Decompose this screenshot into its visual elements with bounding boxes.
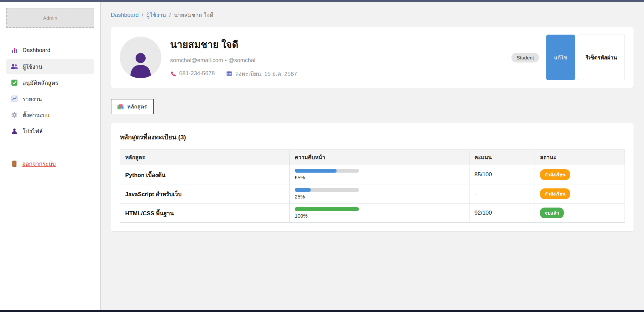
sidebar: Admin Dashboard ผู้ใช้งาน อนุมัติหลักสูต… bbox=[0, 2, 101, 310]
profile-meta: 081-234-5678 ลงทะเบียน: 15 ธ.ค. 2567 bbox=[170, 69, 297, 78]
status-cell: กำลังเรียน bbox=[535, 184, 625, 204]
breadcrumb-link-dashboard[interactable]: Dashboard bbox=[111, 12, 139, 18]
courses-card-title: หลักสูตรที่ลงทะเบียน (3) bbox=[120, 132, 625, 142]
admin-logo-label: Admin bbox=[43, 15, 57, 21]
person-silhouette-icon bbox=[128, 51, 154, 78]
sidebar-item-dashboard[interactable]: Dashboard bbox=[6, 43, 94, 58]
sidebar-item-label: โปรไฟล์ bbox=[22, 127, 43, 136]
sidebar-item-reports[interactable]: รายงาน bbox=[6, 91, 94, 106]
progress-bar-fill bbox=[295, 188, 311, 192]
status-cell: กำลังเรียน bbox=[535, 165, 625, 184]
sidebar-item-approve-courses[interactable]: อนุมัติหลักสูตร bbox=[6, 75, 94, 90]
profile-actions: Student แก้ไข รีเซ็ตรหัสผ่าน bbox=[511, 35, 625, 80]
sidebar-item-label: ผู้ใช้งาน bbox=[22, 62, 42, 71]
admin-logo-box: Admin bbox=[6, 8, 94, 28]
status-badge: จบแล้ว bbox=[540, 208, 564, 218]
sidebar-divider bbox=[7, 147, 94, 147]
breadcrumb-separator: / bbox=[169, 12, 171, 18]
column-header-course: หลักสูตร bbox=[120, 150, 290, 165]
progress-bar bbox=[295, 169, 359, 173]
phone-icon bbox=[170, 71, 176, 77]
app-window: Admin Dashboard ผู้ใช้งาน อนุมัติหลักสูต… bbox=[0, 2, 644, 310]
course-name-cell: JavaScript สำหรับเว็บ bbox=[120, 184, 290, 204]
person-icon bbox=[11, 127, 18, 135]
breadcrumb-link-users[interactable]: ผู้ใช้งาน bbox=[146, 10, 166, 19]
table-row: JavaScript สำหรับเว็บ 25% - กำลังเรียน bbox=[120, 184, 625, 204]
logout-link[interactable]: ออกจากระบบ bbox=[6, 159, 94, 168]
check-icon bbox=[11, 79, 18, 86]
sidebar-item-label: รายงาน bbox=[22, 94, 42, 103]
main-content: Dashboard / ผู้ใช้งาน / นายสมชาย ใจดี นา… bbox=[101, 2, 644, 310]
courses-card: หลักสูตรที่ลงทะเบียน (3) หลักสูตร ความคื… bbox=[111, 123, 634, 232]
books-icon bbox=[117, 103, 124, 110]
users-icon bbox=[11, 63, 18, 70]
progress-label: 25% bbox=[295, 194, 464, 199]
progress-bar bbox=[295, 188, 359, 192]
trend-chart-icon bbox=[11, 95, 18, 102]
gear-icon bbox=[11, 111, 18, 119]
column-header-progress: ความคืบหน้า bbox=[290, 150, 469, 165]
score-cell: 85/100 bbox=[469, 165, 535, 184]
tab-courses[interactable]: หลักสูตร bbox=[111, 99, 154, 114]
tab-bar: หลักสูตร bbox=[111, 99, 634, 114]
logout-label: ออกจากระบบ bbox=[22, 159, 56, 168]
score-cell: 92/100 bbox=[469, 204, 535, 223]
progress-bar-fill bbox=[295, 207, 359, 211]
sidebar-item-label: Dashboard bbox=[22, 47, 50, 54]
reset-password-button[interactable]: รีเซ็ตรหัสผ่าน bbox=[578, 35, 625, 80]
status-badge: กำลังเรียน bbox=[540, 169, 570, 180]
sidebar-nav: Dashboard ผู้ใช้งาน อนุมัติหลักสูตร รายง… bbox=[6, 43, 94, 139]
table-header-row: หลักสูตร ความคืบหน้า คะแนน สถานะ bbox=[120, 150, 625, 165]
status-badge: กำลังเรียน bbox=[540, 188, 570, 199]
sidebar-item-users[interactable]: ผู้ใช้งาน bbox=[6, 59, 94, 74]
column-header-status: สถานะ bbox=[535, 150, 625, 165]
progress-bar-fill bbox=[295, 169, 337, 173]
table-row: Python เบื้องต้น 65% 85/100 กำลังเรียน bbox=[120, 165, 625, 184]
progress-cell: 100% bbox=[290, 204, 469, 223]
progress-label: 100% bbox=[295, 213, 464, 219]
score-cell: - bbox=[469, 184, 535, 204]
sidebar-item-settings[interactable]: ตั้งค่าระบบ bbox=[6, 107, 94, 123]
breadcrumb: Dashboard / ผู้ใช้งาน / นายสมชาย ใจดี bbox=[111, 10, 634, 19]
phone-item: 081-234-5678 bbox=[170, 70, 215, 77]
course-name-cell: HTML/CSS พื้นฐาน bbox=[120, 204, 290, 223]
calendar-icon bbox=[226, 71, 232, 77]
column-header-score: คะแนน bbox=[469, 150, 535, 165]
avatar bbox=[120, 37, 161, 78]
courses-table: หลักสูตร ความคืบหน้า คะแนน สถานะ Python … bbox=[120, 149, 625, 223]
sidebar-item-profile[interactable]: โปรไฟล์ bbox=[6, 123, 94, 139]
profile-phone: 081-234-5678 bbox=[179, 70, 215, 77]
registered-item: ลงทะเบียน: 15 ธ.ค. 2567 bbox=[226, 69, 297, 78]
breadcrumb-current: นายสมชาย ใจดี bbox=[174, 10, 213, 19]
progress-cell: 65% bbox=[290, 165, 469, 184]
edit-button[interactable]: แก้ไข bbox=[546, 35, 575, 80]
bar-chart-icon bbox=[11, 47, 18, 54]
profile-email: somchai@email.com • @somchai bbox=[170, 57, 297, 64]
bottom-strip bbox=[0, 310, 644, 312]
course-name-cell: Python เบื้องต้น bbox=[120, 165, 290, 184]
profile-card: นายสมชาย ใจดี somchai@email.com • @somch… bbox=[111, 27, 634, 88]
sidebar-item-label: ตั้งค่าระบบ bbox=[22, 110, 49, 120]
tab-label: หลักสูตร bbox=[127, 102, 147, 111]
profile-registered: ลงทะเบียน: 15 ธ.ค. 2567 bbox=[235, 69, 297, 78]
profile-name: นายสมชาย ใจดี bbox=[170, 37, 297, 52]
role-badge: Student bbox=[511, 53, 539, 62]
profile-info: นายสมชาย ใจดี somchai@email.com • @somch… bbox=[170, 37, 297, 78]
breadcrumb-separator: / bbox=[142, 12, 143, 18]
progress-cell: 25% bbox=[290, 184, 469, 204]
door-icon bbox=[11, 160, 18, 168]
sidebar-item-label: อนุมัติหลักสูตร bbox=[22, 78, 58, 87]
progress-bar bbox=[295, 207, 359, 211]
status-cell: จบแล้ว bbox=[535, 204, 625, 223]
progress-label: 65% bbox=[295, 175, 464, 180]
table-row: HTML/CSS พื้นฐาน 100% 92/100 จบแล้ว bbox=[120, 204, 625, 223]
